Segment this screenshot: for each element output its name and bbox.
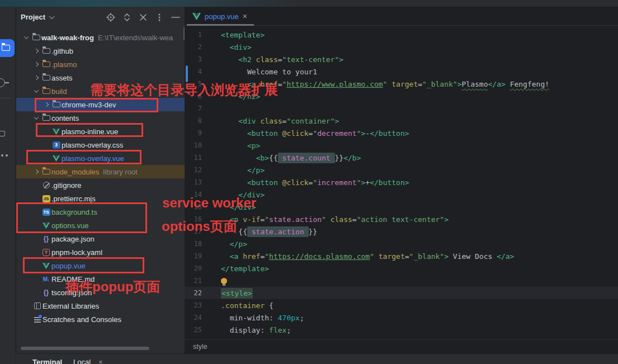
tree-item-label: Scratches and Consoles [43,315,121,324]
code-line-20[interactable]: 20</template> [185,262,618,275]
terminal-tab-local[interactable]: Local [73,358,91,364]
tree-item-label: plasmo-inline.vue [62,127,118,136]
code-editor[interactable]: 1<template>2 <div>3 <h2 class="text-cent… [185,26,618,346]
code-line-6[interactable]: 6 </h2> [185,90,618,102]
code-line-16[interactable]: 16 <p v-if="state.action" class="action … [185,213,618,225]
expand-icon[interactable] [122,12,131,22]
tree-item-background-ts[interactable]: TSbackground.ts [16,205,185,219]
tree-item-label: node_modules [51,168,99,176]
tree-item-label: popup.vue [51,262,86,270]
terminal-tab-close-icon[interactable]: × [98,358,103,364]
tree-item-popup-vue[interactable]: popup.vue [16,259,185,272]
code-line-22[interactable]: 22<style> [185,287,618,299]
tree-item-label: contents [51,114,79,122]
chevron-down-icon[interactable] [22,36,31,39]
tree-item-label: package.json [51,235,95,243]
code-line-24[interactable]: 24 min-width: 470px; [185,311,618,324]
code-line-content: {{ state.action }} [209,228,317,236]
code-line-1[interactable]: 1<template> [185,29,618,41]
folder-icon [41,48,51,54]
line-number: 21 [185,277,209,285]
braces-icon: {} [41,289,51,296]
more-options-icon[interactable] [154,12,164,22]
tree-item-chrome-mv3-dev[interactable]: chrome-mv3-dev [16,98,185,111]
code-line-9[interactable]: 9 <button @click="decrement">-</button> [185,127,618,139]
tab-close-icon[interactable]: × [243,12,247,20]
tree-item-node-modules[interactable]: node_moduleslibrary root [16,165,185,178]
code-line-11[interactable]: 11 <b>{{ state.count }}</b> [185,152,618,164]
project-tool-icon[interactable] [0,39,15,57]
chevron-right-icon[interactable] [42,103,51,106]
code-line-content: display: flex; [209,326,291,334]
tree-item-plasmo-overlay-vue[interactable]: plasmo-overlay.vue [16,152,185,165]
chevron-down-icon [49,13,55,19]
tab-popup-vue[interactable]: popup.vue × [187,7,254,26]
code-line-19[interactable]: 19 <a href="https://docs.plasmo.com" tar… [185,250,618,262]
code-line-12[interactable]: 12 </p> [185,164,618,176]
tree-item-options-vue[interactable]: options.vue [16,219,185,232]
breadcrumb-item-style[interactable]: style [193,343,207,351]
code-line-content: <b>{{ state.count }}</b> [209,154,361,162]
chevron-right-icon[interactable] [32,170,41,173]
tree-item-contents[interactable]: contents [16,111,185,125]
chevron-down-icon[interactable] [32,89,41,93]
code-line-4[interactable]: 4 Welcome to your1 [185,65,618,78]
code-line-8[interactable]: 8 <div class="container"> [185,115,618,127]
tree-item-github[interactable]: .github [16,44,185,58]
code-line-18[interactable]: 18 </p> [185,238,618,250]
code-line-23[interactable]: 23.container { [185,299,618,311]
code-line-2[interactable]: 2 <div> [185,41,618,53]
structure-icon[interactable] [0,131,5,136]
chevron-down-icon[interactable] [32,116,41,120]
code-line-7[interactable]: 7 [185,102,618,115]
divider [0,98,10,98]
commit-icon[interactable] [0,78,5,87]
folder-icon [41,75,51,81]
line-number: 2 [185,43,209,51]
code-line-content: <a href="https://docs.plasmo.com" target… [209,252,514,261]
collapse-all-icon[interactable] [138,12,148,22]
tree-item-package-json[interactable]: {}package.json [16,232,185,245]
breadcrumb: style [185,339,618,353]
panel-toolbar [106,12,180,22]
code-line-5[interactable]: 5 <a href="https://www.plasmo.com" targe… [185,78,618,90]
code-line-14[interactable]: 14 </div> [185,188,618,201]
tree-item-build[interactable]: build [16,84,185,98]
tree-item-prettierrc-mjs[interactable]: JS.prettierrc.mjs [16,192,185,205]
chevron-right-icon[interactable] [32,49,41,53]
tree-item-scratches-and-consoles[interactable]: Scratches and Consoles [16,313,185,326]
code-line-3[interactable]: 3 <h2 class="text-center"> [185,53,618,65]
line-number: 23 [185,301,209,309]
line-number: 24 [185,314,209,322]
tree-item-assets[interactable]: assets [16,71,185,84]
code-line-15[interactable]: 15 </div> [185,201,618,213]
tree-item-label: walk-weak-frog [41,34,94,42]
tree-item-plasmo-inline-vue[interactable]: plasmo-inline.vue [16,125,185,138]
chevron-right-icon[interactable] [32,63,41,66]
tree-item-walk-weak-frog[interactable]: walk-weak-frogE:\IT\extends\walk-wea [16,31,185,44]
tree-item-tsconfig-json[interactable]: {}tsconfig.json [16,286,185,299]
code-line-21[interactable]: 21 [185,275,618,287]
tree-item-pnpm-lock-yaml[interactable]: Ypnpm-lock.yaml [16,245,185,259]
tree-item-external-libraries[interactable]: External Libraries [16,299,185,313]
code-line-13[interactable]: 13 <button @click="increment">+</button> [185,176,618,188]
tree-item-gitignore[interactable]: .gitignore [16,178,185,192]
vue-icon [192,13,201,20]
project-dropdown[interactable]: Project [21,13,53,21]
js-icon: JS [41,195,51,202]
vue-icon [51,129,62,135]
tree-item-plasmo[interactable]: .plasmo [16,58,185,71]
code-line-10[interactable]: 10 <p> [185,139,618,152]
more-tool-windows-icon[interactable] [0,154,9,157]
terminal-title[interactable]: Terminal [32,358,62,364]
code-line-17[interactable]: 17 {{ state.action }} [185,225,618,238]
window-title-bar [0,0,618,7]
locate-file-icon[interactable] [106,12,115,22]
panel-horizontal-scrollbar[interactable] [21,347,149,350]
tree-item-readme-md[interactable]: M↓README.md [16,272,185,286]
code-line-content: </h2> [209,92,260,101]
code-line-25[interactable]: 25 display: flex; [185,324,618,336]
chevron-right-icon[interactable] [32,76,41,79]
tree-item-plasmo-overlay-css[interactable]: 3plasmo-overlay.css [16,138,185,152]
hide-panel-icon[interactable] [171,12,180,22]
